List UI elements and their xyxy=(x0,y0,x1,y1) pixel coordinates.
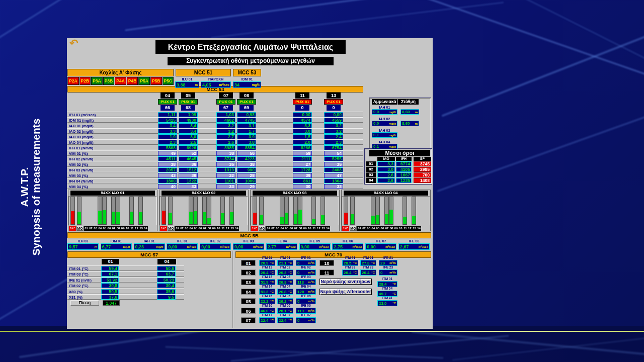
mcc5b-item-label: IFE 06 xyxy=(332,239,363,243)
pux-indicator[interactable]: PUX 01 xyxy=(237,99,256,105)
mcc70-cell-label: IFE 01 xyxy=(296,256,316,260)
mcc57-col-id: 01 xyxy=(102,259,119,264)
chart-x-tick: 03 xyxy=(275,226,280,231)
back-icon[interactable]: ↶ xyxy=(69,37,78,49)
pump-button-p5a[interactable]: P5A xyxy=(138,77,150,85)
mcc54-value-cell: 4223 xyxy=(237,156,256,161)
pressure-label: Πίεση xyxy=(70,300,99,306)
mcc70-cell-unit: m³/h xyxy=(389,261,396,264)
mcc70-cell-value: 28,1 xyxy=(279,309,287,313)
mcc54-row-label: IFH 03 (Nm/h) xyxy=(69,168,93,172)
mcc5b-item-unit: m xyxy=(95,245,97,248)
chart-tube-mo xyxy=(77,197,82,225)
averages-ifh-cell: 1235 xyxy=(396,178,412,183)
mcc57-value-cell: 9,5 xyxy=(157,295,176,300)
mcc54-value-cell: 1310 xyxy=(216,167,235,172)
chart-bar-fill xyxy=(294,214,297,224)
vim-value-cell: 28 xyxy=(237,173,256,178)
mcc70-cell-unit: °C xyxy=(270,319,274,322)
chart-x-tick: 01 xyxy=(84,226,89,231)
mcc54-row-label: IAO 02 (mg/lt) xyxy=(69,129,94,134)
chart-x-axis: 0102030405060708091011121314 xyxy=(84,226,148,231)
pump-button-p4a[interactable]: P4A xyxy=(115,77,126,85)
pump-button-p5c[interactable]: P5C xyxy=(163,77,174,85)
mcc54-value-cell: 3,2 xyxy=(324,123,343,128)
pux-indicator[interactable]: PUX 01 xyxy=(324,99,343,105)
mcc57-row-label: IFE 01 (m³/h) xyxy=(69,278,92,283)
averages-iao-cell: 3,3 xyxy=(377,161,395,166)
mcc70-cell-value: 46,0 xyxy=(261,309,269,313)
ammonia-value: 0,1mg/lt xyxy=(372,144,397,149)
mcc54-value-cell: 5868 xyxy=(158,145,177,150)
vim-value-cell: 56 xyxy=(237,151,256,156)
mcc54-value-cell: 861 xyxy=(293,178,312,184)
mcc54-value-cell: 2,7 xyxy=(216,134,235,139)
chart-bar-fill xyxy=(298,210,302,224)
pump-button-p3b[interactable]: P3B xyxy=(103,77,115,85)
chart-x-tick: 01 xyxy=(175,226,180,231)
mcc70-cell-unit: °C xyxy=(270,271,274,274)
chart-x-tick: 04 xyxy=(280,226,284,231)
chart-bar-fill xyxy=(285,213,288,224)
mcc70-cell-label: ITM 31 xyxy=(342,256,358,260)
mcc54-value-cell: 4930 xyxy=(179,118,198,123)
chart-tube-04 xyxy=(98,197,102,225)
ammonia-value: 0,0mg/lt xyxy=(372,109,397,115)
ammonia-value-unit: mg/lt xyxy=(389,122,396,125)
chart-title: 54XX IAO 04 xyxy=(344,191,428,196)
mcc5b-item-value: 2,75 xyxy=(334,244,343,249)
mcc70-cell-unit: m³/h xyxy=(308,319,314,322)
mcc54-value-cell: 3,4 xyxy=(158,123,177,128)
pump-button-p3a[interactable]: P3A xyxy=(91,77,103,85)
mcc5b-item: 9,57m xyxy=(67,243,99,250)
cooling-water-button-1[interactable]: Νερό ψύξης κινητήρων xyxy=(319,279,372,285)
mcc70-cell-value: 22,2 xyxy=(261,299,269,304)
mcc54-value-cell: 2,6 xyxy=(216,140,235,145)
pux-indicator[interactable]: PUX 01 xyxy=(179,99,198,105)
chart-bar-fill xyxy=(103,210,106,224)
chart-tube-08 xyxy=(298,197,302,225)
vim-value-cell: 32 xyxy=(324,184,343,189)
mcc5b-item-value: 0,00 xyxy=(301,244,310,249)
mcc70-cell-unit: °C xyxy=(288,309,292,312)
pux-indicator[interactable]: PUX 01 xyxy=(158,99,177,105)
chart-legend-sp: SP xyxy=(251,226,258,231)
pux-indicator[interactable]: PUX 01 xyxy=(293,99,312,105)
pump-button-p2a[interactable]: P2A xyxy=(67,77,79,85)
mcc5b-item-unit: m³/sec xyxy=(187,245,196,248)
mcc54-value-cell: 2,3 xyxy=(158,140,177,145)
chart-tube-08 xyxy=(116,197,120,225)
mcc70-cell-value: 20,4 xyxy=(362,270,370,275)
vim-value-cell: 38 xyxy=(216,151,235,156)
chart-bar-fill xyxy=(230,212,233,224)
mcc53-item: 34mg/lt xyxy=(233,81,261,88)
mcc5b-item: 0,00m³/sec xyxy=(233,243,264,250)
cooling-water-button-2[interactable]: Νερό ψύξης Aftercooler xyxy=(319,289,372,295)
pux-indicator[interactable]: PUX 01 xyxy=(216,99,235,105)
mcc5b-item-value: 0,00 xyxy=(168,244,177,249)
pump-button-p5b[interactable]: P5B xyxy=(150,77,162,85)
mcc57-row: IFE 01 (m³/h)51,9250,23 xyxy=(67,277,184,283)
page-subtitle: Συγκεντρωτική οθόνη μετρούμενων μεγεθών xyxy=(168,57,334,65)
averages-row-id: 03 xyxy=(366,172,376,177)
chart-tube-05 xyxy=(375,197,380,225)
mcc51-item-unit: m³/sec xyxy=(219,83,229,86)
mcc54-value-cell: 1,03 xyxy=(216,112,235,117)
scada-panel: ↶ Κέντρο Επεξεργασίας Λυμάτων Ψυττάλειας… xyxy=(67,38,433,329)
mcc54-row-label: IFH 04 (Nm/h) xyxy=(69,179,93,184)
chart-x-tick: 07 xyxy=(384,226,389,231)
mcc54-row: VIM 04 (%)403333293032 xyxy=(67,184,363,189)
chart-bar-fill xyxy=(116,212,120,224)
vim-value-cell: 40 xyxy=(158,184,177,189)
chart-panel: 54XX IAO 02SPMO0102030405060708091011121… xyxy=(159,190,249,231)
mcc5b-item-label: IFE 08 xyxy=(398,239,430,243)
averages-ifh-cell: 1667 xyxy=(396,172,412,177)
averages-row-id: 04 xyxy=(366,178,376,183)
chart-bar-fill xyxy=(77,212,81,224)
mcc54-value-cell: 1,7 xyxy=(237,129,256,134)
mcc5b-item-label: IAH 01 xyxy=(134,239,165,243)
pump-button-p4b[interactable]: P4B xyxy=(127,77,138,85)
pump-button-p2b[interactable]: P2B xyxy=(79,77,91,85)
averages-sp-cell: 3745 xyxy=(414,161,431,166)
mcc70-cell-value: 20,3 xyxy=(279,270,287,275)
